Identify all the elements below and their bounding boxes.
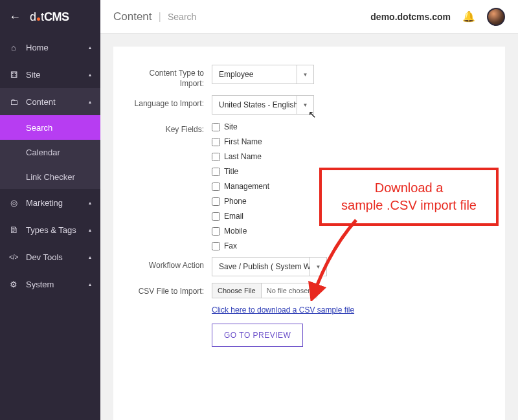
sidebar-item-types-tags[interactable]: 🖹 Types & Tags ▴ xyxy=(0,216,100,243)
sidebar-item-system[interactable]: ⚙ System ▴ xyxy=(0,271,100,298)
select-value: United States - English xyxy=(212,96,297,114)
sidebar-item-label: Dev Tools xyxy=(26,252,63,262)
logo-dot-icon xyxy=(37,17,40,21)
key-field-label: Management xyxy=(224,182,269,191)
sidebar-submenu-content: Search Calendar Link Checker xyxy=(0,115,100,189)
domain-label[interactable]: demo.dotcms.com xyxy=(370,12,451,22)
sidebar-item-label: System xyxy=(26,280,54,289)
chevron-down-icon[interactable]: ▼ xyxy=(310,258,326,276)
annotation-line1: Download a xyxy=(333,179,484,197)
logo[interactable]: dtCMS xyxy=(30,10,69,24)
logo-cms: CMS xyxy=(44,10,69,24)
key-field-checkbox[interactable] xyxy=(212,123,220,131)
select-workflow[interactable]: Save / Publish ( System W ▼ xyxy=(212,257,327,276)
key-field-label: Fax xyxy=(224,241,237,250)
key-field-checkbox[interactable] xyxy=(212,138,220,146)
select-value: Employee xyxy=(212,65,297,83)
home-icon: ⌂ xyxy=(9,43,18,52)
topbar-right: demo.dotcms.com 🔔 xyxy=(370,8,505,26)
caret-up-icon: ▴ xyxy=(89,45,91,50)
key-field-item: Last Name xyxy=(212,152,484,161)
breadcrumb: Content | Search xyxy=(113,10,196,23)
key-field-checkbox[interactable] xyxy=(212,227,220,236)
breadcrumb-sub: Search xyxy=(168,12,196,22)
sidebar-subitem-label: Link Checker xyxy=(26,172,75,182)
download-sample-link[interactable]: Click here to download a CSV sample file xyxy=(212,305,354,315)
caret-up-icon: ▴ xyxy=(89,227,91,233)
chevron-down-icon[interactable]: ▼ xyxy=(297,96,313,114)
label-key-fields: Key Fields: xyxy=(134,121,212,135)
sidebar-subitem-calendar[interactable]: Calendar xyxy=(0,140,100,164)
sidebar-nav: ⌂ Home ▴ ⚃ Site ▴ 🗀 Content ▴ Search Cal… xyxy=(0,34,100,298)
site-icon: ⚃ xyxy=(9,70,18,80)
key-field-item: Mobile xyxy=(212,227,484,236)
row-sample-link: Click here to download a CSV sample file xyxy=(134,305,484,315)
label-content-type: Content Type to Import: xyxy=(134,65,212,89)
key-field-checkbox[interactable] xyxy=(212,153,220,161)
key-field-item: First Name xyxy=(212,137,484,146)
label-workflow: Workflow Action xyxy=(134,257,212,271)
breadcrumb-main: Content xyxy=(113,10,152,23)
file-input[interactable]: Choose File No file chosen xyxy=(212,283,317,298)
caret-up-icon: ▴ xyxy=(89,99,91,105)
folder-icon: 🗀 xyxy=(9,97,18,107)
chevron-down-icon[interactable]: ▼ xyxy=(297,65,313,83)
go-to-preview-button[interactable]: GO TO PREVIEW xyxy=(212,324,303,347)
sidebar-header: ← dtCMS xyxy=(0,0,100,34)
select-value: Save / Publish ( System W xyxy=(212,258,310,276)
key-field-label: Phone xyxy=(224,197,247,206)
content-area: Content Type to Import: Employee ▼ Langu… xyxy=(100,34,518,420)
row-language: Language to Import: United States - Engl… xyxy=(134,95,484,115)
file-status: No file chosen xyxy=(262,287,317,294)
key-field-checkbox[interactable] xyxy=(212,182,220,191)
sidebar-item-marketing[interactable]: ◎ Marketing ▴ xyxy=(0,189,100,216)
sidebar-item-label: Site xyxy=(26,70,40,80)
topbar: Content | Search demo.dotcms.com 🔔 xyxy=(100,0,518,34)
breadcrumb-separator: | xyxy=(159,10,161,23)
select-language[interactable]: United States - English ▼ xyxy=(212,95,314,115)
row-preview: GO TO PREVIEW xyxy=(134,324,484,347)
sidebar-subitem-link-checker[interactable]: Link Checker xyxy=(0,164,100,189)
sidebar-item-label: Marketing xyxy=(26,198,63,208)
logo-d: d xyxy=(30,10,36,24)
label-csv-file: CSV File to Import: xyxy=(134,283,212,297)
annotation-callout: Download a sample .CSV import file xyxy=(319,168,499,226)
sidebar-item-site[interactable]: ⚃ Site ▴ xyxy=(0,61,100,88)
key-field-checkbox[interactable] xyxy=(212,197,220,206)
caret-up-icon: ▴ xyxy=(89,200,91,206)
caret-up-icon: ▴ xyxy=(89,72,91,78)
sidebar-item-home[interactable]: ⌂ Home ▴ xyxy=(0,34,100,61)
select-content-type[interactable]: Employee ▼ xyxy=(212,65,314,84)
sidebar-subitem-label: Search xyxy=(26,123,52,133)
key-field-label: Site xyxy=(224,122,238,131)
avatar[interactable] xyxy=(487,8,505,26)
key-field-label: Last Name xyxy=(224,152,262,161)
sidebar-subitem-search[interactable]: Search xyxy=(0,115,100,140)
sidebar-subitem-label: Calendar xyxy=(26,148,60,157)
sidebar-item-dev-tools[interactable]: </> Dev Tools ▴ xyxy=(0,243,100,271)
key-field-checkbox[interactable] xyxy=(212,242,220,250)
key-field-checkbox[interactable] xyxy=(212,212,220,221)
key-field-label: Mobile xyxy=(224,227,247,236)
key-field-checkbox[interactable] xyxy=(212,168,220,176)
annotation-line2: sample .CSV import file xyxy=(333,197,484,214)
code-icon: </> xyxy=(9,254,18,261)
sidebar: ← dtCMS ⌂ Home ▴ ⚃ Site ▴ 🗀 Content ▴ xyxy=(0,0,100,420)
row-csv-file: CSV File to Import: Choose File No file … xyxy=(134,283,484,298)
choose-file-button[interactable]: Choose File xyxy=(212,283,262,298)
caret-up-icon: ▴ xyxy=(89,254,91,260)
target-icon: ◎ xyxy=(9,198,18,208)
document-icon: 🖹 xyxy=(9,225,18,235)
back-arrow-icon[interactable]: ← xyxy=(9,10,21,24)
form-panel: Content Type to Import: Employee ▼ Langu… xyxy=(113,47,505,420)
row-content-type: Content Type to Import: Employee ▼ xyxy=(134,65,484,89)
sidebar-item-label: Content xyxy=(26,97,56,107)
key-field-label: Email xyxy=(224,212,243,221)
sidebar-item-content[interactable]: 🗀 Content ▴ xyxy=(0,88,100,115)
sidebar-item-label: Home xyxy=(26,43,49,52)
key-field-label: First Name xyxy=(224,137,262,146)
caret-up-icon: ▴ xyxy=(89,282,91,287)
bell-icon[interactable]: 🔔 xyxy=(462,10,475,23)
sidebar-item-label: Types & Tags xyxy=(26,225,76,235)
key-field-item: Site xyxy=(212,122,484,131)
